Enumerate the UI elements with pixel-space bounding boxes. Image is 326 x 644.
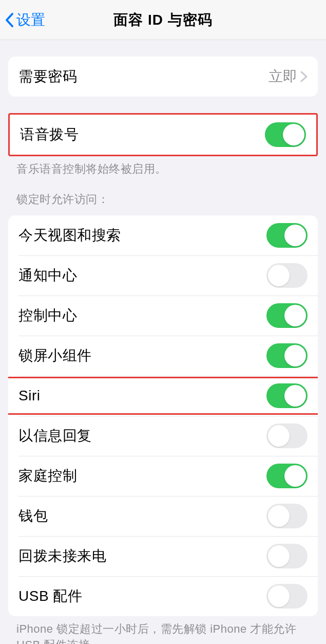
lock-screen-widgets-row[interactable]: 锁屏小组件 (8, 336, 318, 376)
home-control-label: 家庭控制 (18, 466, 77, 486)
siri-toggle[interactable] (266, 383, 308, 408)
control-center-toggle[interactable] (266, 303, 308, 328)
voice-dial-label: 语音拨号 (20, 125, 79, 144)
control-center-label: 控制中心 (18, 306, 77, 325)
reply-with-message-label: 以信息回复 (18, 426, 92, 446)
lock-screen-widgets-label: 锁屏小组件 (18, 346, 92, 365)
control-center-row[interactable]: 控制中心 (8, 296, 318, 336)
usb-accessories-toggle[interactable] (266, 584, 308, 609)
notification-center-label: 通知中心 (18, 266, 77, 285)
today-view-search-toggle[interactable] (266, 223, 308, 248)
usb-accessories-row[interactable]: USB 配件 (8, 576, 318, 616)
today-view-search-row[interactable]: 今天视图和搜索 (8, 215, 318, 255)
reply-with-message-toggle[interactable] (266, 424, 308, 448)
return-missed-calls-label: 回拨未接来电 (18, 546, 106, 566)
chevron-left-icon (4, 12, 15, 28)
back-button[interactable]: 设置 (4, 10, 45, 30)
wallet-label: 钱包 (18, 506, 48, 526)
page-title: 面容 ID 与密码 (113, 10, 213, 30)
wallet-row[interactable]: 钱包 (8, 496, 318, 536)
require-passcode-group: 需要密码 立即 (8, 57, 318, 97)
voice-dial-group: 语音拨号 (8, 113, 318, 156)
voice-dial-toggle[interactable] (265, 122, 306, 147)
return-missed-calls-row[interactable]: 回拨未接来电 (8, 536, 318, 576)
reply-with-message-row[interactable]: 以信息回复 (8, 416, 318, 456)
locked-access-header: 锁定时允许访问： (0, 192, 326, 212)
require-passcode-label: 需要密码 (18, 67, 77, 86)
locked-access-group: 今天视图和搜索通知中心控制中心锁屏小组件Siri以信息回复家庭控制钱包回拨未接来… (8, 215, 318, 616)
chevron-right-icon (300, 71, 308, 82)
return-missed-calls-toggle[interactable] (266, 544, 308, 568)
siri-row[interactable]: Siri (8, 376, 318, 416)
usb-accessories-label: USB 配件 (18, 586, 82, 606)
siri-label: Siri (18, 388, 40, 404)
notification-center-row[interactable]: 通知中心 (8, 255, 318, 296)
nav-bar: 设置 面容 ID 与密码 (0, 0, 326, 40)
voice-dial-row[interactable]: 语音拨号 (10, 115, 316, 155)
require-passcode-value: 立即 (269, 67, 297, 86)
require-passcode-row[interactable]: 需要密码 立即 (8, 57, 318, 97)
home-control-toggle[interactable] (266, 464, 308, 488)
home-control-row[interactable]: 家庭控制 (8, 456, 318, 496)
notification-center-toggle[interactable] (266, 263, 308, 288)
wallet-toggle[interactable] (266, 504, 308, 528)
voice-dial-footer: 音乐语音控制将始终被启用。 (0, 156, 326, 177)
locked-access-footer: iPhone 锁定超过一小时后，需先解锁 iPhone 才能允许 USB 配件连… (0, 616, 326, 644)
lock-screen-widgets-toggle[interactable] (266, 343, 308, 368)
back-label: 设置 (16, 10, 45, 30)
today-view-search-label: 今天视图和搜索 (18, 226, 121, 245)
